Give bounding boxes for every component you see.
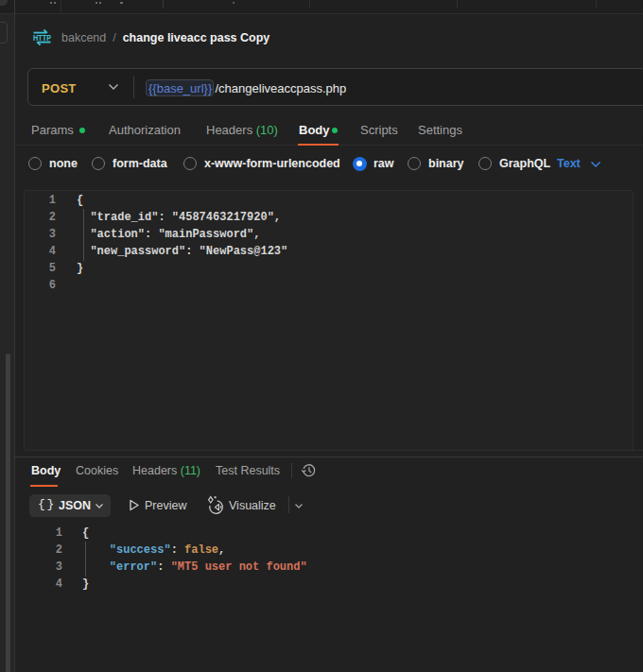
svg-text:HTTP: HTTP — [33, 33, 51, 43]
